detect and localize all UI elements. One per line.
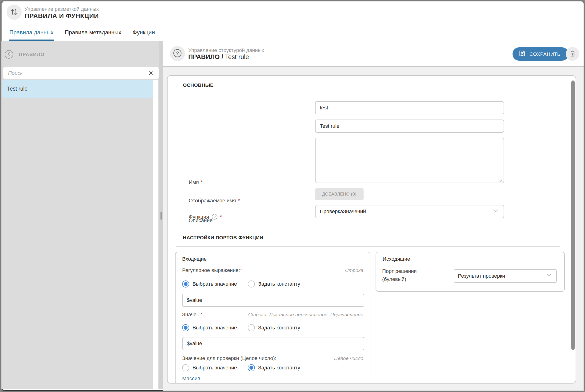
incoming-ports-panel: Входящие Регулярное выражение:* Строка В… (175, 252, 370, 384)
section-basic-title: ОСНОВНЫЕ (183, 82, 214, 88)
name-input[interactable] (315, 101, 504, 114)
chevron-down-icon (492, 208, 499, 215)
breadcrumb-parent: ПРАВИЛО / (188, 54, 225, 60)
save-button-label: СОХРАНИТЬ (530, 51, 560, 57)
clear-search-icon[interactable]: ✕ (147, 70, 154, 77)
radio-choose-value[interactable] (182, 280, 189, 288)
section-ports-title: НАСТРОЙКИ ПОРТОВ ФУНКЦИИ (183, 235, 263, 240)
port-type-hint: Строка, Локальное перечисление, Перечисл… (248, 312, 363, 318)
port-field-check-header: Значение для проверки (Целое число): Цел… (182, 355, 363, 362)
search-input[interactable] (8, 70, 147, 76)
sidebar-title: ПРАВИЛО (19, 52, 44, 57)
radio-choose-value-label: Выбрать значение (192, 325, 237, 331)
radio-set-constant-label: Задать константу (258, 281, 300, 287)
check-mode-radios: Выбрать значение Задать константу (182, 364, 311, 371)
function-help-icon[interactable]: ? (211, 214, 218, 222)
required-mark: * (238, 198, 240, 204)
port-field-regex-header: Регулярное выражение:* Строка (182, 267, 363, 274)
regex-value-input[interactable] (182, 294, 364, 307)
main-tabs: Правила данных Правила метаданных Функци… (9, 28, 155, 41)
tab-metadata-rules[interactable]: Правила метаданных (64, 28, 122, 41)
section-divider (176, 246, 560, 246)
outgoing-ports-panel: Исходящие Порт решения (булевый) Результ… (376, 252, 565, 292)
radio-set-constant-label: Задать константу (258, 365, 300, 371)
required-mark: * (220, 214, 222, 220)
function-select-value: ПроверкаЗначений (320, 208, 366, 214)
rule-form-card: ОСНОВНЫЕ Имя* Отображаемое имя* Описание… (167, 75, 576, 384)
radio-choose-value[interactable] (182, 324, 189, 331)
array-link[interactable]: Массив (182, 376, 200, 382)
regex-mode-radios: Выбрать значение Задать константу (182, 280, 311, 288)
port-field-value-header: Значе...: Строка, Локальное перечисление… (182, 312, 363, 318)
swap-arrows-icon (10, 7, 19, 18)
description-textarea[interactable] (315, 138, 504, 183)
required-mark: * (240, 267, 242, 273)
port-type-hint: Целое число (334, 356, 363, 361)
breadcrumb-current: Test rule (225, 54, 249, 60)
port-type-hint: Строка (345, 268, 363, 273)
value-port-input[interactable] (182, 337, 364, 350)
outgoing-title: Исходящие (383, 256, 410, 262)
chevron-down-icon (546, 273, 552, 279)
required-mark: * (201, 179, 203, 185)
panel-splitter[interactable] (159, 41, 163, 389)
added-params-button[interactable]: ДОБАВЛЕНО (0) (315, 188, 364, 200)
card-scrollbar[interactable] (571, 80, 575, 350)
app-window: Управление разметкой данных ПРАВИЛА И ФУ… (0, 0, 585, 392)
radio-set-constant[interactable] (248, 324, 255, 331)
tab-data-rules[interactable]: Правила данных (9, 28, 54, 41)
splitter-grip-icon (160, 212, 162, 220)
screen: Управление разметкой данных ПРАВИЛА И ФУ… (0, 0, 585, 392)
trash-icon (569, 50, 576, 58)
rule-search: ✕ (3, 67, 158, 79)
help-badge: ? (170, 46, 185, 61)
main-header: ? Управление структурой данных ПРАВИЛО /… (163, 41, 584, 67)
main-area: ? Управление структурой данных ПРАВИЛО /… (163, 41, 584, 390)
page-title: ПРАВИЛА И ФУНКЦИИ (24, 12, 99, 20)
section-divider (176, 93, 560, 93)
tab-functions[interactable]: Функции (132, 28, 156, 41)
sidebar: ПРАВИЛО ✕ Test rule (2, 41, 159, 389)
breadcrumb: ПРАВИЛО / Test rule (188, 54, 249, 61)
name-label: Имя* (189, 179, 202, 186)
display-name-label: Отображаемое имя* (189, 198, 240, 204)
function-select[interactable]: ПроверкаЗначений (315, 205, 504, 218)
display-name-input[interactable] (315, 120, 504, 133)
save-button[interactable]: СОХРАНИТЬ (512, 47, 568, 61)
rule-list-item[interactable]: Test rule (2, 80, 153, 98)
svg-text:?: ? (176, 50, 179, 56)
decision-port-value: Результат проверки (458, 273, 505, 279)
radio-choose-value[interactable] (182, 364, 189, 371)
incoming-title: Входящие (182, 256, 206, 262)
list-scrollbar-track[interactable] (153, 80, 158, 389)
svg-text:?: ? (214, 215, 216, 219)
radio-choose-value-label: Выбрать значение (192, 281, 237, 287)
decision-port-select[interactable]: Результат проверки (454, 269, 557, 283)
radio-set-constant[interactable] (248, 280, 255, 288)
decision-port-label: Порт решения (булевый) (382, 267, 417, 283)
radio-set-constant[interactable] (248, 364, 255, 371)
collapse-panel-button[interactable] (5, 50, 13, 58)
sidebar-header: ПРАВИЛО (5, 50, 44, 58)
save-floppy-icon (519, 50, 526, 58)
chevron-left-icon (6, 52, 11, 57)
radio-choose-value-label: Выбрать значение (192, 365, 237, 371)
value-mode-radios: Выбрать значение Задать константу (182, 324, 311, 331)
app-subtitle: Управление разметкой данных (24, 6, 99, 12)
delete-button[interactable] (566, 47, 579, 61)
app-logo (6, 5, 22, 20)
function-label: Функция?* (189, 214, 222, 222)
rule-list-item-label: Test rule (7, 86, 28, 92)
main-subtitle: Управление структурой данных (188, 47, 264, 54)
radio-set-constant-label: Задать константу (258, 325, 300, 331)
question-circle-icon: ? (172, 48, 183, 60)
